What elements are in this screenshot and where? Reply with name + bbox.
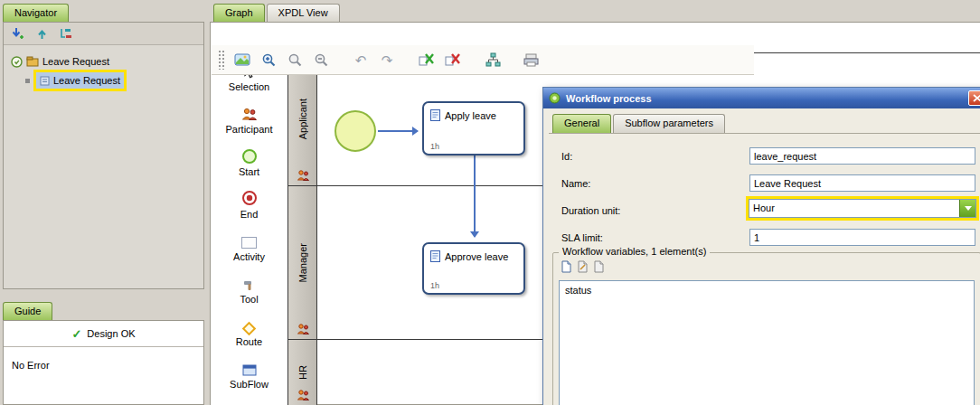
duplicate-variable-icon[interactable] (593, 260, 605, 273)
lane-header-hr[interactable]: HR (288, 340, 317, 405)
name-field[interactable] (749, 174, 975, 192)
graph-overview-icon[interactable] (233, 51, 251, 69)
tree-row-child[interactable]: Leave Request (4, 70, 203, 91)
start-icon (242, 149, 257, 164)
guide-message: No Error (4, 347, 203, 383)
tab-graph[interactable]: Graph (213, 4, 265, 22)
green-x-icon[interactable] (418, 51, 436, 69)
palette-item-participant[interactable]: Participant (211, 95, 287, 137)
activity-label: Approve leave (445, 251, 508, 262)
tree-layout-icon[interactable] (484, 51, 502, 69)
chevron-down-icon[interactable] (959, 200, 975, 217)
new-variable-icon[interactable] (561, 260, 572, 273)
participant-icon (297, 170, 310, 181)
lane-name: Manager (297, 243, 308, 282)
arrow-up-icon[interactable] (33, 24, 51, 42)
tree-child-label: Leave Request (53, 75, 120, 86)
duration-unit-select[interactable]: Hour (749, 199, 976, 218)
process-item-icon (40, 76, 50, 86)
tab-separator (549, 133, 980, 134)
palette-item-connector[interactable] (211, 392, 287, 405)
undo-icon[interactable]: ↶ (352, 51, 370, 69)
print-icon[interactable] (522, 51, 540, 69)
editor-tabs: Graph XPDL View (213, 4, 340, 22)
sort-tree-icon[interactable] (57, 24, 75, 42)
tab-guide[interactable]: Guide (3, 302, 52, 320)
left-panel: Navigator (0, 0, 207, 405)
process-badge-icon (11, 56, 23, 68)
activity-approve-leave[interactable]: Approve leave 1h (422, 242, 525, 295)
participant-icon (241, 108, 258, 121)
duration-unit-label: Duration unit: (561, 205, 620, 216)
start-event-node[interactable] (335, 110, 376, 152)
tab-navigator[interactable]: Navigator (3, 4, 69, 22)
toolbar-grip-handle[interactable] (218, 50, 225, 70)
graph-toolbar: ↶ ↷ (212, 45, 754, 75)
end-icon (241, 190, 258, 206)
palette-label: Start (239, 166, 259, 177)
workflow-editor-window: Navigator (0, 0, 980, 405)
dialog-titlebar[interactable]: Workflow process (543, 88, 980, 108)
palette-item-route[interactable]: Route (211, 307, 287, 350)
design-status-row: ✓ Design OK (4, 321, 203, 347)
guide-panel: ✓ Design OK No Error (3, 320, 204, 405)
workflow-variables-title: Workflow variables, 1 element(s) (559, 246, 710, 257)
workflow-process-dialog: Workflow process General Subflow paramet… (542, 87, 980, 405)
palette-item-activity[interactable]: Activity (211, 222, 287, 265)
tab-general[interactable]: General (552, 114, 611, 133)
activity-doc-icon (430, 250, 440, 262)
close-icon[interactable] (968, 90, 980, 106)
palette-label: Activity (233, 251, 265, 262)
dialog-tabs: General Subflow parameters (552, 114, 725, 133)
transition-arrow[interactable] (378, 130, 418, 132)
sla-limit-field[interactable] (749, 229, 975, 246)
tree-selected-item[interactable]: Leave Request (33, 70, 127, 91)
navigator-toolbar (4, 23, 203, 45)
variable-list-item[interactable]: status (560, 281, 974, 299)
palette-label: Selection (229, 81, 269, 92)
activity-apply-leave[interactable]: Apply leave 1h (422, 101, 525, 155)
zoom-out-icon[interactable] (312, 51, 330, 69)
lane-name: Applicant (297, 99, 308, 139)
palette-label: Participant (226, 124, 273, 135)
activity-icon (241, 237, 257, 249)
palette-item-start[interactable]: Start (211, 137, 287, 180)
edit-variable-icon[interactable] (577, 260, 589, 273)
design-status-text: Design OK (87, 328, 135, 339)
activity-duration: 1h (430, 142, 439, 151)
redo-icon[interactable]: ↷ (378, 51, 396, 69)
dialog-title: Workflow process (566, 93, 652, 104)
zoom-actual-icon[interactable] (286, 51, 304, 69)
id-field[interactable] (749, 147, 975, 165)
palette-item-end[interactable]: End (211, 180, 287, 222)
palette-label: End (240, 209, 259, 220)
arrow-down-plus-icon[interactable] (8, 24, 26, 42)
variables-list[interactable]: status (559, 280, 975, 405)
zoom-in-icon[interactable] (259, 51, 278, 69)
dialog-icon (549, 92, 561, 104)
tab-subflow-parameters[interactable]: Subflow parameters (613, 114, 725, 133)
red-x-icon[interactable] (444, 51, 462, 69)
activity-doc-icon (430, 109, 440, 121)
tree-root-label: Leave Request (42, 56, 109, 67)
navigator-panel: Leave Request Leave Request (3, 22, 204, 289)
subflow-icon (242, 364, 257, 376)
variables-toolbar (561, 260, 605, 273)
tab-xpdl-view[interactable]: XPDL View (267, 4, 340, 22)
tree-bullet-icon (25, 79, 30, 83)
activity-duration: 1h (430, 281, 439, 290)
palette-item-subflow[interactable]: SubFlow (211, 350, 287, 392)
palette-label: Tool (240, 294, 258, 305)
package-icon (26, 56, 39, 67)
sla-limit-label: SLA limit: (561, 232, 603, 243)
activity-label: Apply leave (445, 110, 496, 121)
tool-palette: Selection Participant Start End Activity (211, 52, 287, 405)
tree-row-root[interactable]: Leave Request (4, 53, 203, 70)
palette-item-tool[interactable]: Tool (211, 265, 287, 307)
lane-header-manager[interactable]: Manager (288, 186, 317, 339)
workflow-variables-group: Workflow variables, 1 element(s) status (552, 252, 980, 405)
navigator-tree: Leave Request Leave Request (4, 45, 203, 288)
participant-icon (297, 324, 310, 334)
lane-name: HR (297, 365, 308, 380)
transition-arrow[interactable] (474, 155, 476, 237)
